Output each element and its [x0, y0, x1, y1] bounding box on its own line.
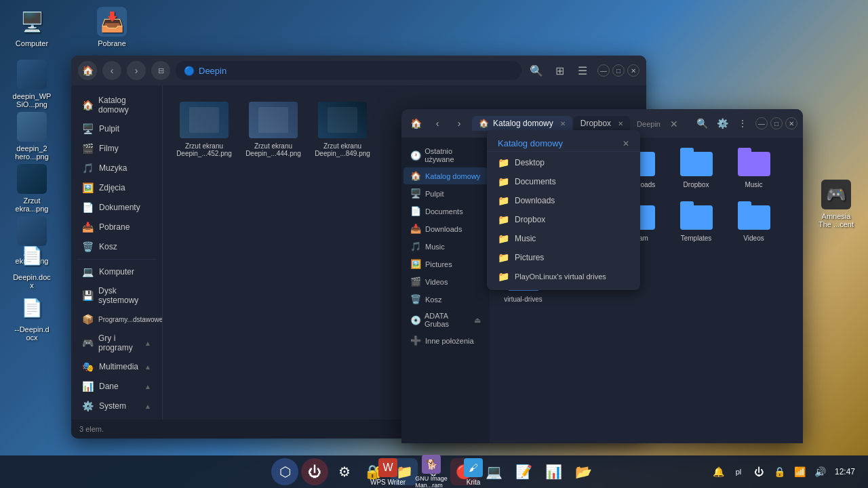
power-btn[interactable]: ⏻	[301, 458, 328, 485]
launcher-btn[interactable]: ⬡	[271, 458, 298, 485]
file-item-3[interactable]: Zrzut ekranuDeepin_...849.png	[312, 96, 373, 163]
sidebar-item-kosz[interactable]: 🗑️ Kosz	[74, 237, 159, 256]
file-name-3: Zrzut ekranuDeepin_...849.png	[315, 142, 370, 157]
bd-item-documents[interactable]: 📁 Documents	[487, 172, 640, 191]
sidebar-item-pobrane[interactable]: 📥 Pobrane	[74, 218, 159, 237]
fm2-sidebar-inne[interactable]: ➕ Inne położenia	[403, 332, 488, 349]
sidebar-item-muzyka[interactable]: 🎵 Muzyka	[74, 159, 159, 178]
sidebar-item-dysk[interactable]: 💾 Dysk systemowy	[74, 282, 159, 309]
clock: 12:47	[833, 467, 857, 476]
power-sys-icon[interactable]: ⏻	[751, 464, 766, 479]
folder-icon-dropbox	[679, 150, 714, 178]
wps-dock-btn[interactable]: 📝	[510, 458, 537, 485]
fm2-tabs-area: 🏠 Katalog domowy ✕ Dropbox ✕ Deepin ✕	[472, 116, 689, 131]
folder-name-videos: Videos	[743, 235, 764, 242]
bd-item-downloads[interactable]: 📁 Downloads	[487, 191, 640, 210]
fm2-search-icon[interactable]: 🔍	[693, 115, 711, 132]
bd-label: Dropbox	[515, 215, 545, 224]
sidebar-item-dane[interactable]: 📊 Dane ▲	[74, 377, 159, 396]
fm2-sidebar-pictures[interactable]: 🖼️ Pictures	[403, 256, 488, 272]
fm2-sidebar-pulpit[interactable]: 🖥️ Pulpit	[403, 185, 488, 202]
taskbar-app-krita[interactable]: 🖌 Krita	[453, 457, 494, 487]
fm2-settings-icon[interactable]: ⚙️	[713, 115, 731, 132]
desktop-icon-deepin-wp[interactable]: deepin_WPSiO...png	[8, 60, 56, 108]
eject-icon[interactable]: ⏏	[474, 316, 481, 325]
sidebar-item-multimedia[interactable]: 🎭 Multimedia ▲	[74, 357, 159, 376]
disk-icon: 💾	[82, 290, 93, 301]
lock-icon[interactable]: 🔒	[772, 464, 787, 479]
fm-back-btn[interactable]: 🏠	[78, 61, 97, 80]
fm-back-nav-btn[interactable]: ‹	[102, 61, 121, 80]
fm2-home-btn[interactable]: 🏠	[407, 115, 425, 132]
fm2-minimize-btn[interactable]: —	[755, 117, 768, 129]
bd-item-playonlinux[interactable]: 📁 PlayOnLinux's virtual drives	[487, 267, 640, 286]
desktop-icon-pobrane[interactable]: 📥 Pobrane	[88, 7, 136, 47]
fm2-sidebar-kosz[interactable]: 🗑️ Kosz	[403, 291, 488, 308]
notification-icon[interactable]: 🔔	[711, 464, 726, 479]
spreadsheet-btn[interactable]: 📊	[540, 458, 567, 485]
desktop-icon-deepin-doc[interactable]: 📄 Deepin.docx	[8, 241, 56, 289]
tab-close-btn2[interactable]: ✕	[618, 120, 623, 127]
close-btn[interactable]: ✕	[627, 64, 639, 77]
dropdown-close[interactable]: ✕	[623, 139, 629, 148]
sidebar-item-programy[interactable]: 📦 Programy...dstawowe ▲	[74, 310, 159, 329]
taskbar-app-gimp[interactable]: 🐕 GNU ImageMan...ram	[411, 453, 452, 488]
folder-videos[interactable]: Videos	[728, 199, 779, 253]
fm2-close-btn[interactable]: ✕	[785, 117, 797, 129]
fm2-sidebar-videos[interactable]: 🎬 Videos	[403, 273, 488, 290]
fm2-maximize-btn[interactable]: □	[770, 117, 783, 129]
desktop-icon-deepin-ocx[interactable]: 📄 --Deepin.docx	[8, 293, 56, 342]
bd-item-pictures[interactable]: 📁 Pictures	[487, 248, 640, 267]
bd-item-desktop[interactable]: 📁 Desktop	[487, 153, 640, 172]
volume-icon[interactable]: 🔊	[812, 464, 827, 479]
sidebar-item-katalog-domowy[interactable]: 🏠 Katalog domowy	[74, 92, 159, 119]
sidebar-item-filmy[interactable]: 🎬 Filmy	[74, 139, 159, 158]
fm2-sidebar-home[interactable]: 🏠 Katalog domowy	[403, 167, 488, 184]
bd-item-music[interactable]: 📁 Music	[487, 229, 640, 248]
desktop-icon-amnesia[interactable]: 🎮 AmnesiaThe ...cent	[812, 180, 860, 228]
sidebar-item-zdjecia[interactable]: 🖼️ Zdjęcia	[74, 178, 159, 197]
close-tab-right[interactable]: ✕	[667, 117, 681, 131]
tab-dropbox[interactable]: Dropbox ✕	[574, 116, 630, 131]
network-sys-icon[interactable]: 📶	[792, 464, 807, 479]
tab-close-btn[interactable]: ✕	[560, 120, 566, 127]
minimize-btn[interactable]: —	[597, 64, 610, 77]
file-item-2[interactable]: Zrzut ekranuDeepin_...444.png	[243, 96, 304, 163]
folder-templates[interactable]: Templates	[671, 199, 722, 253]
sidebar-label: Pulpit	[99, 124, 119, 134]
sidebar-item-pulpit[interactable]: 🖥️ Pulpit	[74, 119, 159, 138]
settings-btn[interactable]: ⚙	[331, 458, 358, 485]
taskbar-app-wps[interactable]: W WPS Writer	[366, 457, 410, 487]
folder-dropbox[interactable]: Dropbox	[671, 146, 722, 192]
file-item-1[interactable]: Zrzut ekranuDeepin_...452.png	[174, 96, 235, 163]
file-thumb-3	[318, 102, 367, 138]
fm-split-btn[interactable]: ⊟	[151, 61, 170, 80]
grid-view-icon[interactable]: ⊞	[550, 61, 569, 80]
fm2-back-btn[interactable]: ‹	[429, 115, 446, 132]
sidebar-item-gry[interactable]: 🎮 Gry i programy ▲	[74, 329, 159, 357]
sidebar2-label: Pictures	[425, 260, 452, 268]
bd-item-dropbox[interactable]: 📁 Dropbox	[487, 210, 640, 229]
fm2-forward-btn[interactable]: ›	[450, 115, 468, 132]
desktop-icon-computer[interactable]: 🖥️ Computer	[8, 7, 56, 47]
desktop-icon-deepin-2[interactable]: deepin_2hero...png	[8, 112, 56, 161]
list-view-icon[interactable]: ☰	[573, 61, 592, 80]
fm2-more-icon[interactable]: ⋮	[734, 115, 751, 132]
fm2-sidebar-documents[interactable]: 📄 Documents	[403, 203, 488, 220]
files2-btn[interactable]: 📂	[570, 458, 597, 485]
folder-music[interactable]: Music	[728, 146, 779, 192]
fm2-sidebar-recent[interactable]: 🕐 Ostatnio używane	[403, 144, 488, 167]
sidebar-item-dokumenty[interactable]: 📄 Dokumenty	[74, 198, 159, 217]
fm-forward-nav-btn[interactable]: ›	[127, 61, 146, 80]
fm2-sidebar-music[interactable]: 🎵 Music	[403, 238, 488, 255]
tab-katalog-domowy[interactable]: 🏠 Katalog domowy ✕	[472, 116, 572, 131]
desktop-icon-zrzut1[interactable]: Zrzutekra...png	[8, 164, 56, 213]
search-icon[interactable]: 🔍	[527, 61, 546, 80]
maximize-btn[interactable]: □	[612, 64, 625, 77]
fm-address-bar[interactable]: 🔵 Deepin	[176, 61, 521, 80]
sidebar-item-system[interactable]: ⚙️ System ▲	[74, 396, 159, 415]
fm2-sidebar-adata[interactable]: 💿 ADATA Grubas ⏏	[403, 308, 488, 331]
sidebar-item-komputer[interactable]: 💻 Komputer	[74, 262, 159, 281]
fm2-sidebar-downloads[interactable]: 📥 Downloads	[403, 220, 488, 237]
keyboard-layout-icon[interactable]: pl	[731, 464, 746, 479]
